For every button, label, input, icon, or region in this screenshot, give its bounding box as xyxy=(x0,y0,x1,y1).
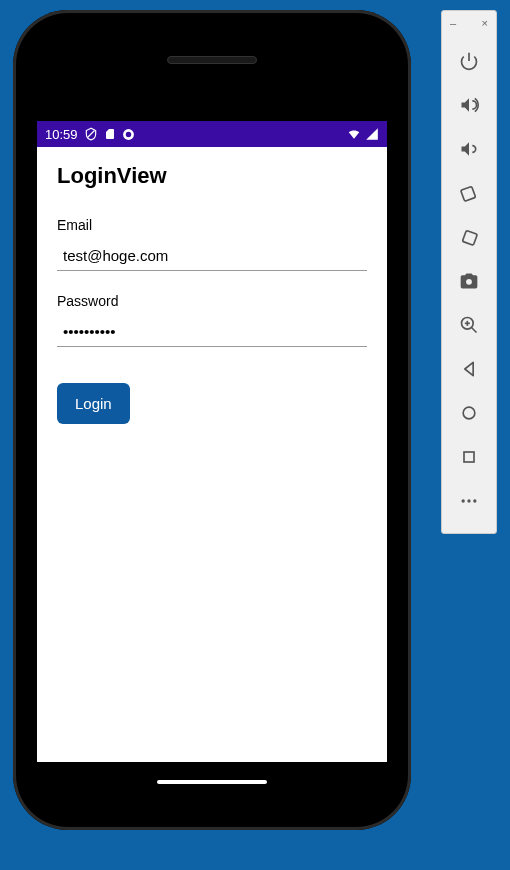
phone-bezel: 10:59 xyxy=(19,16,405,824)
emulator-toolbar: – × xyxy=(441,10,497,534)
email-field-group: Email xyxy=(57,217,367,271)
status-time: 10:59 xyxy=(45,127,78,142)
overview-button[interactable] xyxy=(442,435,496,479)
svg-point-11 xyxy=(463,407,475,419)
emulator-device-frame: 10:59 xyxy=(13,10,411,830)
zoom-button[interactable] xyxy=(442,303,496,347)
app-content: LoginView Email Password Login xyxy=(37,147,387,440)
svg-line-8 xyxy=(472,328,477,333)
wifi-icon xyxy=(346,127,362,141)
password-input[interactable] xyxy=(57,319,367,347)
svg-rect-5 xyxy=(462,230,477,245)
cellular-signal-icon xyxy=(365,127,379,141)
svg-rect-12 xyxy=(464,452,474,462)
home-button[interactable] xyxy=(442,391,496,435)
login-button[interactable]: Login xyxy=(57,383,130,424)
sd-card-icon xyxy=(104,127,116,141)
email-label: Email xyxy=(57,217,367,233)
android-status-bar: 10:59 xyxy=(37,121,387,147)
svg-point-14 xyxy=(467,499,470,502)
minimize-button[interactable]: – xyxy=(450,17,456,29)
email-input[interactable] xyxy=(57,243,367,271)
volume-down-button[interactable] xyxy=(442,127,496,171)
back-button[interactable] xyxy=(442,347,496,391)
svg-point-13 xyxy=(462,499,465,502)
password-field-group: Password xyxy=(57,293,367,347)
svg-line-0 xyxy=(87,131,94,138)
volume-up-button[interactable] xyxy=(442,83,496,127)
rotate-left-button[interactable] xyxy=(442,171,496,215)
android-nav-indicator[interactable] xyxy=(157,780,267,784)
phone-screen: 10:59 xyxy=(37,121,387,762)
shield-icon xyxy=(84,127,98,141)
circle-icon xyxy=(122,128,135,141)
more-options-button[interactable] xyxy=(442,479,496,523)
power-button[interactable] xyxy=(442,39,496,83)
page-title: LoginView xyxy=(57,163,367,189)
screenshot-button[interactable] xyxy=(442,259,496,303)
svg-point-2 xyxy=(125,131,130,136)
phone-speaker xyxy=(167,56,257,64)
svg-rect-4 xyxy=(461,186,476,201)
svg-point-6 xyxy=(466,279,472,285)
rotate-right-button[interactable] xyxy=(442,215,496,259)
close-button[interactable]: × xyxy=(482,17,488,29)
svg-point-15 xyxy=(473,499,476,502)
password-label: Password xyxy=(57,293,367,309)
